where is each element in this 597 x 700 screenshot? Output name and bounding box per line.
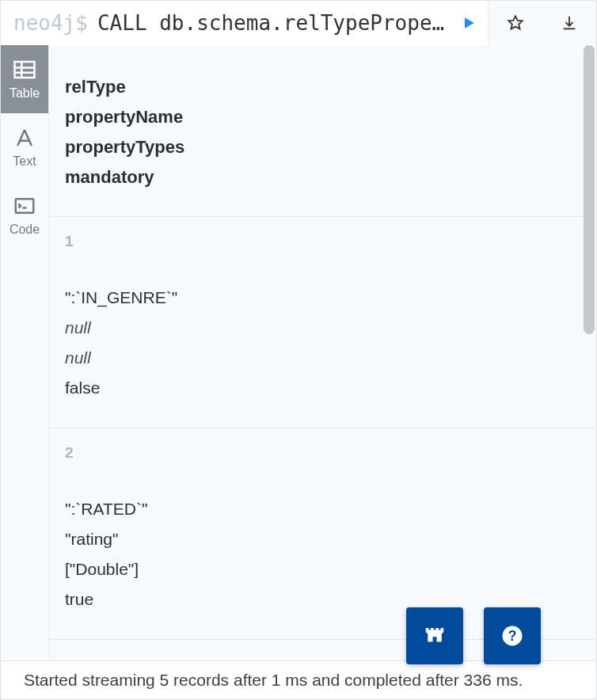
column-headers: relType propertyName propertyTypes manda… — [49, 45, 596, 217]
table-row: 1 ":`IN_GENRE`" null null false — [49, 217, 596, 428]
cell-propertyTypes: ["Double"] — [65, 560, 580, 579]
row-index: 2 — [65, 444, 580, 462]
svg-text:?: ? — [508, 628, 517, 644]
cell-propertyName: null — [65, 318, 580, 337]
results-area: relType propertyName propertyTypes manda… — [48, 45, 596, 660]
topbar-right — [488, 1, 596, 45]
svg-rect-0 — [15, 62, 35, 78]
view-tabs: Table Text Code — [1, 45, 48, 660]
star-icon — [507, 14, 524, 32]
cell-propertyName: "rating" — [65, 530, 580, 549]
castle-icon — [423, 624, 447, 648]
guide-button[interactable] — [406, 607, 463, 664]
cell-mandatory: true — [65, 590, 580, 609]
floating-actions: ? — [406, 607, 541, 664]
cell-propertyTypes: null — [65, 348, 580, 367]
text-icon — [13, 126, 36, 150]
row-index: 1 — [65, 233, 580, 250]
tab-table-label: Table — [10, 86, 40, 101]
scrollbar[interactable] — [584, 45, 595, 660]
play-icon — [461, 15, 477, 31]
question-icon: ? — [500, 624, 524, 648]
col-propertyName: propertyName — [65, 107, 580, 127]
download-icon — [561, 14, 578, 32]
query-text[interactable]: CALL db.schema.relTypePrope… — [97, 11, 447, 35]
cell-relType: ":`IN_GENRE`" — [65, 288, 580, 307]
tab-code[interactable]: Code — [1, 181, 48, 249]
svg-rect-4 — [16, 199, 34, 213]
favorite-button[interactable] — [489, 1, 542, 45]
tab-table[interactable]: Table — [1, 45, 48, 113]
run-query-button[interactable] — [456, 1, 481, 45]
col-mandatory: mandatory — [65, 167, 580, 188]
cell-mandatory: false — [65, 379, 580, 398]
query-bar: neo4j$ CALL db.schema.relTypePrope… — [1, 1, 596, 45]
scrollbar-thumb[interactable] — [584, 45, 595, 334]
query-prompt-area[interactable]: neo4j$ CALL db.schema.relTypePrope… — [1, 1, 447, 45]
tab-code-label: Code — [10, 223, 40, 237]
tab-text[interactable]: Text — [1, 113, 48, 181]
help-button[interactable]: ? — [484, 607, 541, 664]
prompt-prefix: neo4j$ — [13, 11, 88, 35]
col-propertyTypes: propertyTypes — [65, 137, 580, 158]
col-relType: relType — [65, 77, 580, 97]
status-bar: Started streaming 5 records after 1 ms a… — [2, 660, 595, 698]
tab-text-label: Text — [13, 154, 36, 169]
cell-relType: ":`RATED`" — [65, 500, 580, 519]
table-icon — [13, 58, 36, 82]
status-text: Started streaming 5 records after 1 ms a… — [24, 671, 523, 690]
code-icon — [13, 194, 36, 218]
download-button[interactable] — [542, 1, 596, 45]
